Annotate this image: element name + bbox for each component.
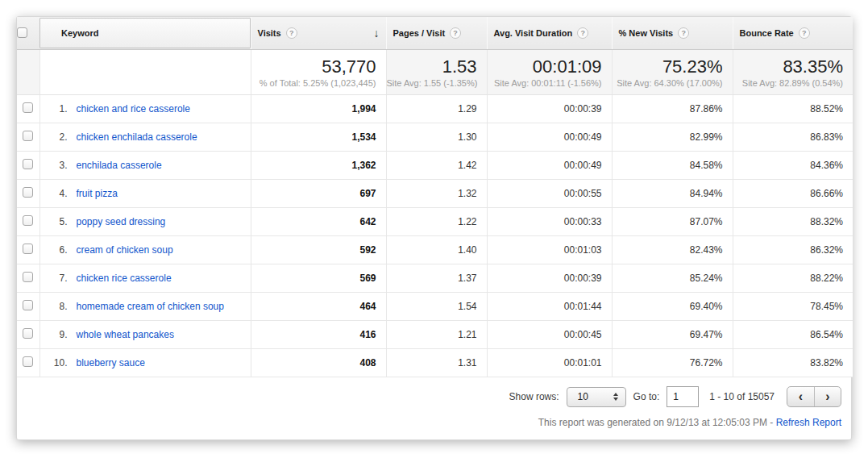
table-row: 10.blueberry sauce 408 1.31 00:01:01 76.… <box>17 349 853 377</box>
avg-visit-duration-cell: 00:01:03 <box>487 236 612 264</box>
row-range-text: 1 - 10 of 15057 <box>709 391 775 402</box>
avg-visit-duration-cell: 00:00:55 <box>487 180 612 208</box>
keywords-table: Keyword Visits ? ↓ Pages / Visit ? <box>17 17 853 377</box>
help-icon[interactable]: ? <box>678 27 689 39</box>
help-icon[interactable]: ? <box>799 27 810 39</box>
row-checkbox[interactable] <box>23 244 33 254</box>
pct-new-visits-cell: 84.94% <box>612 180 733 208</box>
visits-cell: 1,994 <box>251 95 386 123</box>
summary-bounce-rate: 83.35% Site Avg: 82.89% (0.54%) <box>733 50 853 95</box>
pct-new-visits-cell: 82.99% <box>612 123 733 152</box>
summary-avg-visit-duration: 00:01:09 Site Avg: 00:01:11 (-1.56%) <box>487 50 612 95</box>
table-row: 3.enchilada casserole 1,362 1.42 00:00:4… <box>17 152 853 180</box>
bounce-rate-cell: 83.82% <box>733 349 853 377</box>
keyword-link[interactable]: enchilada casserole <box>77 160 162 171</box>
visits-cell: 642 <box>251 208 386 236</box>
row-checkbox-cell <box>17 349 39 377</box>
next-page-button[interactable]: › <box>814 387 841 406</box>
show-rows-select[interactable]: 10 <box>567 387 626 407</box>
row-checkbox-cell <box>17 208 39 236</box>
table-row: 8.homemade cream of chicken soup 464 1.5… <box>17 293 853 321</box>
row-checkbox[interactable] <box>23 187 33 198</box>
pct-new-visits-cell: 82.43% <box>612 236 733 264</box>
bounce-rate-cell: 88.22% <box>733 264 853 293</box>
pct-new-visits-cell: 87.07% <box>612 208 733 236</box>
keyword-cell: 1.chicken and rice casserole <box>39 95 251 123</box>
pages-per-visit-cell: 1.40 <box>386 236 487 264</box>
row-checkbox[interactable] <box>23 102 33 113</box>
help-icon[interactable]: ? <box>286 27 297 39</box>
keyword-cell: 8.homemade cream of chicken soup <box>39 293 251 321</box>
pages-per-visit-cell: 1.37 <box>386 264 487 293</box>
keyword-link[interactable]: fruit pizza <box>77 188 118 199</box>
row-checkbox[interactable] <box>23 131 33 141</box>
summary-pages-per-visit-value: 1.53 <box>387 56 477 77</box>
keyword-link[interactable]: homemade cream of chicken soup <box>77 301 224 312</box>
table-header-row: Keyword Visits ? ↓ Pages / Visit ? <box>17 17 853 50</box>
keyword-link[interactable]: chicken rice casserole <box>77 273 172 284</box>
column-header-pages-per-visit[interactable]: Pages / Visit ? <box>386 17 487 50</box>
column-header-pages-per-visit-label: Pages / Visit <box>393 28 446 38</box>
visits-cell: 1,362 <box>251 152 386 180</box>
help-icon[interactable]: ? <box>577 27 588 39</box>
summary-pct-new-visits: 75.23% Site Avg: 64.30% (17.00%) <box>612 50 733 95</box>
pct-new-visits-cell: 69.47% <box>612 321 733 349</box>
pagination-controls: Show rows: 10 Go to: 1 - 10 of 15057 ‹ › <box>17 377 851 407</box>
column-header-keyword-label: Keyword <box>61 28 98 38</box>
keyword-cell: 9.whole wheat pancakes <box>39 321 251 349</box>
avg-visit-duration-cell: 00:01:44 <box>487 293 612 321</box>
keyword-link[interactable]: poppy seed dressing <box>77 216 166 227</box>
table-body: 1.chicken and rice casserole 1,994 1.29 … <box>17 95 853 377</box>
column-header-pct-new-visits[interactable]: % New Visits ? <box>612 17 733 50</box>
column-header-keyword[interactable]: Keyword <box>39 18 251 48</box>
keyword-link[interactable]: whole wheat pancakes <box>77 329 174 340</box>
visits-cell: 464 <box>251 293 386 321</box>
row-checkbox[interactable] <box>23 159 33 169</box>
pager-button-group: ‹ › <box>787 386 841 407</box>
bounce-rate-cell: 78.45% <box>733 293 853 321</box>
column-header-visits[interactable]: Visits ? ↓ <box>251 17 386 50</box>
row-checkbox-cell <box>17 152 39 180</box>
visits-cell: 592 <box>251 236 386 264</box>
pages-per-visit-cell: 1.31 <box>386 349 487 377</box>
summary-bounce-rate-value: 83.35% <box>733 56 844 77</box>
column-header-keyword-cell: Keyword <box>39 17 251 50</box>
summary-avg-visit-duration-subtext: Site Avg: 00:01:11 (-1.56%) <box>488 78 602 88</box>
bounce-rate-cell: 86.32% <box>733 236 853 264</box>
row-rank: 8. <box>48 301 68 312</box>
pct-new-visits-cell: 84.58% <box>612 152 733 180</box>
row-rank: 7. <box>48 273 68 284</box>
avg-visit-duration-cell: 00:00:49 <box>487 123 612 152</box>
help-icon[interactable]: ? <box>450 27 461 39</box>
column-header-avg-visit-duration[interactable]: Avg. Visit Duration ? <box>487 17 612 50</box>
keyword-cell: 4.fruit pizza <box>39 180 251 208</box>
avg-visit-duration-cell: 00:00:33 <box>487 208 612 236</box>
summary-row: 53,770 % of Total: 5.25% (1,023,445) 1.5… <box>17 50 853 95</box>
bounce-rate-cell: 88.52% <box>733 95 853 123</box>
table-row: 4.fruit pizza 697 1.32 00:00:55 84.94% 8… <box>17 180 853 208</box>
row-checkbox-cell <box>17 123 39 152</box>
column-header-bounce-rate-label: Bounce Rate <box>740 28 794 38</box>
row-checkbox[interactable] <box>23 215 33 226</box>
previous-page-button[interactable]: ‹ <box>787 387 814 406</box>
row-checkbox[interactable] <box>23 272 33 282</box>
keyword-link[interactable]: blueberry sauce <box>77 357 145 368</box>
goto-page-input[interactable] <box>667 386 699 407</box>
avg-visit-duration-cell: 00:01:01 <box>487 349 612 377</box>
row-rank: 2. <box>48 131 68 143</box>
row-checkbox[interactable] <box>23 356 33 367</box>
row-rank: 1. <box>48 103 68 114</box>
visits-cell: 697 <box>251 180 386 208</box>
row-rank: 3. <box>48 160 68 171</box>
pages-per-visit-cell: 1.22 <box>386 208 487 236</box>
keyword-cell: 2.chicken enchilada casserole <box>39 123 251 152</box>
select-all-checkbox[interactable] <box>17 27 27 38</box>
row-checkbox[interactable] <box>23 328 33 339</box>
pages-per-visit-cell: 1.54 <box>386 293 487 321</box>
column-header-bounce-rate[interactable]: Bounce Rate ? <box>733 17 853 50</box>
keyword-link[interactable]: cream of chicken soup <box>77 244 173 256</box>
row-checkbox[interactable] <box>23 300 33 310</box>
keyword-link[interactable]: chicken and rice casserole <box>77 103 190 114</box>
refresh-report-link[interactable]: Refresh Report <box>776 417 841 428</box>
keyword-link[interactable]: chicken enchilada casserole <box>77 131 197 143</box>
